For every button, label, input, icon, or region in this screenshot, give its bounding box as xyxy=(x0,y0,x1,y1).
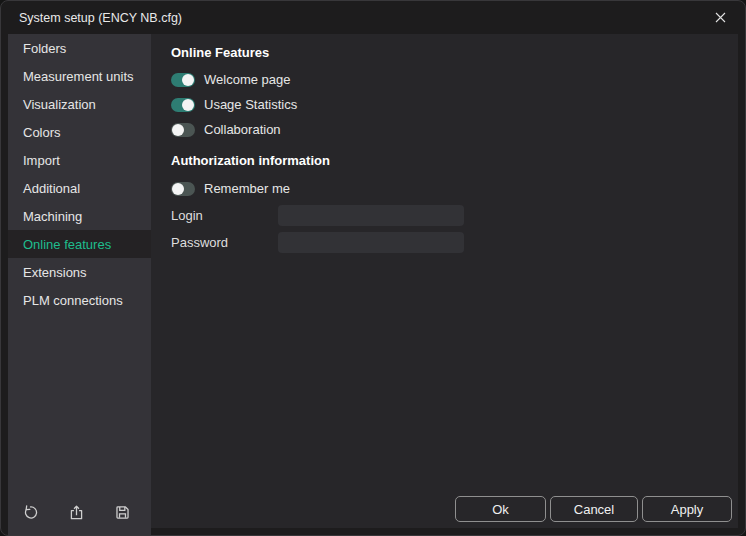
usage-statistics-toggle[interactable] xyxy=(171,98,195,112)
cancel-button[interactable]: Cancel xyxy=(550,496,638,522)
sidebar-item-machining[interactable]: Machining xyxy=(8,202,151,230)
collaboration-toggle[interactable] xyxy=(171,123,195,137)
sidebar-item-colors[interactable]: Colors xyxy=(8,118,151,146)
sidebar-item-measurement-units[interactable]: Measurement units xyxy=(8,62,151,90)
welcome-page-label: Welcome page xyxy=(204,72,290,87)
collaboration-row: Collaboration xyxy=(171,117,738,142)
sidebar-item-plm-connections[interactable]: PLM connections xyxy=(8,286,151,314)
password-row: Password xyxy=(171,229,738,256)
settings-panel: Online Features Welcome page Usage Stati… xyxy=(151,34,738,528)
sidebar-item-folders[interactable]: Folders xyxy=(8,34,151,62)
sidebar-footer xyxy=(8,503,131,521)
sidebar-item-visualization[interactable]: Visualization xyxy=(8,90,151,118)
login-label: Login xyxy=(171,208,278,223)
sidebar-item-extensions[interactable]: Extensions xyxy=(8,258,151,286)
dialog-button-bar: Ok Cancel Apply xyxy=(455,496,732,522)
collaboration-label: Collaboration xyxy=(204,122,281,137)
welcome-page-row: Welcome page xyxy=(171,67,738,92)
dialog-body: Folders Measurement units Visualization … xyxy=(8,34,738,535)
login-row: Login xyxy=(171,202,738,229)
password-input[interactable] xyxy=(278,232,464,253)
welcome-page-toggle[interactable] xyxy=(171,73,195,87)
save-icon[interactable] xyxy=(113,503,131,521)
online-features-heading: Online Features xyxy=(171,43,738,63)
system-setup-dialog: System setup (ENCY NB.cfg) Folders Measu… xyxy=(0,0,746,536)
export-icon[interactable] xyxy=(67,503,85,521)
authorization-heading: Authorization information xyxy=(171,151,738,171)
usage-statistics-row: Usage Statistics xyxy=(171,92,738,117)
sidebar: Folders Measurement units Visualization … xyxy=(8,34,151,535)
window-title: System setup (ENCY NB.cfg) xyxy=(19,11,182,25)
sidebar-item-additional[interactable]: Additional xyxy=(8,174,151,202)
ok-button[interactable]: Ok xyxy=(455,496,546,522)
login-input[interactable] xyxy=(278,205,464,226)
titlebar: System setup (ENCY NB.cfg) xyxy=(1,1,745,34)
sidebar-item-online-features[interactable]: Online features xyxy=(8,230,151,258)
usage-statistics-label: Usage Statistics xyxy=(204,97,297,112)
reset-icon[interactable] xyxy=(21,503,39,521)
password-label: Password xyxy=(171,235,278,250)
apply-button[interactable]: Apply xyxy=(642,496,732,522)
close-icon[interactable] xyxy=(705,5,735,31)
remember-me-toggle[interactable] xyxy=(171,182,195,196)
remember-me-label: Remember me xyxy=(204,181,290,196)
sidebar-item-import[interactable]: Import xyxy=(8,146,151,174)
remember-me-row: Remember me xyxy=(171,175,738,202)
